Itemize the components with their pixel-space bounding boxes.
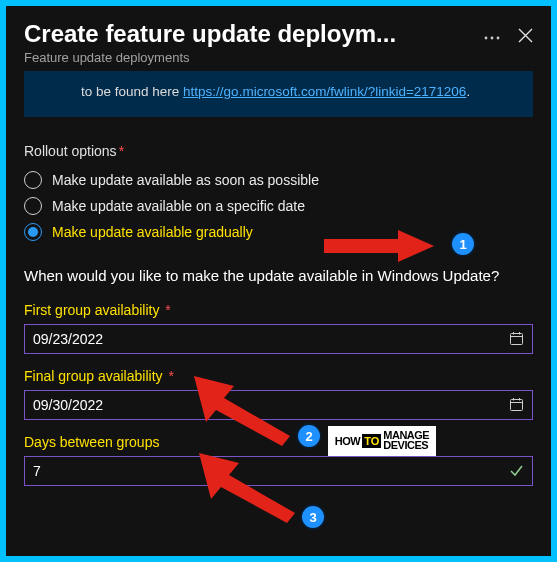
final-group-label: Final group availability *	[24, 368, 533, 384]
first-group-date-field[interactable]	[24, 324, 533, 354]
rollout-radio-specific-date[interactable]: Make update available on a specific date	[24, 193, 533, 219]
info-banner: to be found here https://go.microsoft.co…	[24, 71, 533, 117]
more-icon[interactable]	[484, 26, 500, 44]
required-asterisk: *	[119, 143, 124, 159]
check-icon	[509, 463, 524, 478]
days-between-label: Days between groups	[24, 434, 533, 450]
annotation-badge-3: 3	[300, 504, 326, 530]
close-icon[interactable]	[518, 28, 533, 43]
dialog-panel: Create feature update deploym... Feature…	[6, 6, 551, 556]
first-group-label: First group availability *	[24, 302, 533, 318]
page-title: Create feature update deploym...	[24, 20, 396, 48]
days-between-field[interactable]	[24, 456, 533, 486]
svg-point-2	[497, 37, 500, 40]
days-between-input[interactable]	[33, 463, 509, 479]
svg-rect-7	[511, 400, 523, 411]
radio-label: Make update available as soon as possibl…	[52, 172, 319, 188]
rollout-radio-asap[interactable]: Make update available as soon as possibl…	[24, 167, 533, 193]
rollout-options-label: Rollout options*	[24, 143, 533, 159]
banner-link[interactable]: https://go.microsoft.com/fwlink/?linkid=…	[183, 84, 466, 99]
breadcrumb: Feature update deployments	[24, 50, 533, 65]
radio-icon	[24, 197, 42, 215]
availability-question: When would you like to make the update a…	[24, 265, 533, 286]
radio-icon	[24, 223, 42, 241]
required-asterisk: *	[165, 368, 174, 384]
radio-label: Make update available on a specific date	[52, 198, 305, 214]
required-asterisk: *	[161, 302, 170, 318]
rollout-radio-group: Make update available as soon as possibl…	[24, 167, 533, 245]
svg-rect-3	[511, 334, 523, 345]
final-group-date-field[interactable]	[24, 390, 533, 420]
banner-text-prefix: to be found here	[81, 84, 183, 99]
final-group-date-input[interactable]	[33, 397, 509, 413]
header-actions	[484, 20, 533, 44]
svg-point-0	[485, 37, 488, 40]
first-group-date-input[interactable]	[33, 331, 509, 347]
radio-icon	[24, 171, 42, 189]
header-row: Create feature update deploym...	[24, 20, 533, 48]
svg-point-1	[491, 37, 494, 40]
calendar-icon[interactable]	[509, 397, 524, 412]
rollout-radio-gradual[interactable]: Make update available gradually	[24, 219, 533, 245]
banner-text-suffix: .	[466, 84, 470, 99]
calendar-icon[interactable]	[509, 331, 524, 346]
radio-label: Make update available gradually	[52, 224, 253, 240]
